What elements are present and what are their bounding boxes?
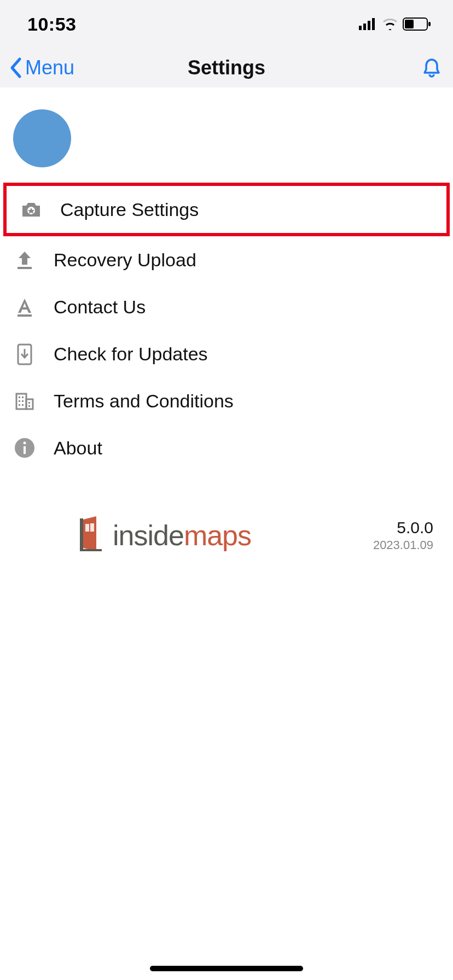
svg-marker-28 <box>83 516 96 551</box>
svg-rect-29 <box>85 524 89 532</box>
avatar <box>13 109 71 167</box>
svg-rect-30 <box>90 523 94 532</box>
svg-rect-21 <box>22 404 24 406</box>
svg-rect-11 <box>18 314 32 317</box>
list-item-label: Capture Settings <box>60 199 199 220</box>
version-number: 5.0.0 <box>373 518 433 537</box>
chevron-left-icon <box>9 57 23 79</box>
svg-rect-25 <box>24 446 26 454</box>
back-label: Menu <box>25 56 74 79</box>
page-title: Settings <box>188 56 265 79</box>
list-item-about[interactable]: About <box>0 424 453 471</box>
brand-text: insidemaps <box>113 519 251 552</box>
svg-rect-27 <box>80 518 83 550</box>
bell-icon <box>422 57 441 78</box>
text-a-icon <box>13 295 36 318</box>
list-item-terms[interactable]: Terms and Conditions <box>0 377 453 424</box>
svg-rect-23 <box>28 405 30 407</box>
svg-rect-15 <box>26 399 33 409</box>
list-item-label: Terms and Conditions <box>54 390 234 412</box>
svg-rect-3 <box>372 18 375 30</box>
svg-rect-14 <box>16 394 26 409</box>
home-indicator[interactable] <box>150 966 303 971</box>
svg-rect-2 <box>368 21 370 30</box>
svg-rect-6 <box>428 22 431 26</box>
nav-bar: Menu Settings <box>0 48 453 88</box>
svg-rect-19 <box>22 400 24 402</box>
download-device-icon <box>13 342 36 365</box>
list-item-label: Contact Us <box>54 296 146 318</box>
battery-icon <box>403 18 431 31</box>
notifications-button[interactable] <box>422 57 441 78</box>
svg-rect-18 <box>19 400 20 402</box>
door-icon <box>77 515 105 556</box>
svg-rect-16 <box>19 396 20 398</box>
profile-row[interactable] <box>0 88 453 183</box>
brand-logo: insidemaps <box>77 515 251 556</box>
footer: insidemaps 5.0.0 2023.01.09 <box>0 471 453 556</box>
list-item-label: About <box>54 438 102 459</box>
list-item-contact-us[interactable]: Contact Us <box>0 283 453 330</box>
highlight-capture-settings: Capture Settings <box>3 183 450 236</box>
svg-rect-17 <box>22 396 24 398</box>
content: Capture Settings Recovery Upload Contact… <box>0 88 453 556</box>
list-item-label: Check for Updates <box>54 343 208 365</box>
svg-rect-22 <box>28 402 30 404</box>
camera-icon <box>20 198 43 221</box>
svg-rect-10 <box>18 267 32 269</box>
settings-list: Capture Settings Recovery Upload Contact… <box>0 183 453 471</box>
svg-rect-1 <box>363 24 366 30</box>
version-block: 5.0.0 2023.01.09 <box>373 518 433 552</box>
svg-marker-9 <box>19 252 31 265</box>
cellular-icon <box>359 18 378 30</box>
status-bar: 10:53 <box>0 0 453 48</box>
brand-text-part2: maps <box>184 520 251 551</box>
building-icon <box>13 389 36 412</box>
info-icon <box>13 436 36 459</box>
svg-rect-5 <box>405 20 414 28</box>
list-item-recovery-upload[interactable]: Recovery Upload <box>0 236 453 283</box>
svg-rect-20 <box>19 404 20 406</box>
svg-rect-0 <box>359 26 362 30</box>
svg-point-26 <box>24 442 26 445</box>
status-time: 10:53 <box>27 14 76 35</box>
list-item-label: Recovery Upload <box>54 249 196 271</box>
list-item-capture-settings[interactable]: Capture Settings <box>7 186 446 233</box>
list-item-check-updates[interactable]: Check for Updates <box>0 330 453 377</box>
wifi-icon <box>382 18 398 30</box>
version-date: 2023.01.09 <box>373 538 433 552</box>
back-button[interactable]: Menu <box>9 56 74 79</box>
status-indicators <box>359 18 431 31</box>
brand-text-part1: inside <box>113 520 184 551</box>
upload-icon <box>13 248 36 271</box>
